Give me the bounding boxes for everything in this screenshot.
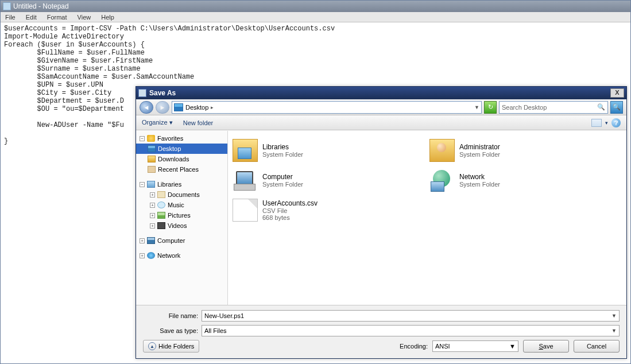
chevron-up-icon: ▲ [148,342,156,350]
libraries-folder-icon [233,139,258,162]
view-dropdown-icon[interactable]: ▾ [605,120,608,126]
hide-folders-button[interactable]: ▲ Hide Folders [143,340,199,353]
desktop-small-icon [148,145,156,152]
notepad-titlebar[interactable]: Untitled - Notepad [1,1,630,12]
save-button[interactable]: Save [523,340,569,353]
tree-libraries[interactable]: − Libraries [136,179,227,189]
notepad-icon [3,2,11,10]
save-as-icon [138,89,146,97]
tree-pictures[interactable]: + Pictures [136,210,227,220]
back-button[interactable]: ◄ [140,101,153,114]
star-icon [147,135,155,142]
menu-help[interactable]: Help [99,13,117,21]
search-icon: 🔍 [597,103,605,111]
tree-network[interactable]: + Network [136,250,227,261]
file-name-input[interactable]: New-User.ps1 ▼ [202,310,620,322]
menu-format[interactable]: Format [45,13,69,21]
toolbar: Organize ▾ New folder ▾ ? [136,115,626,130]
save-type-dropdown-icon[interactable]: ▼ [611,328,617,334]
network-big-icon [429,169,455,192]
new-folder-button[interactable]: New folder [183,119,214,126]
refresh-button[interactable]: ↻ [484,101,497,114]
search-go-button[interactable]: 🔍 [610,101,623,114]
search-placeholder: Search Desktop [502,104,547,111]
network-icon [147,252,155,259]
encoding-select[interactable]: ANSI ▼ [432,340,518,352]
tree-documents[interactable]: + Documents [136,189,227,200]
nav-bar: ◄ ► Desktop ▸ ▼ ↻ Search Desktop 🔍 🔍 [136,99,626,115]
save-type-select[interactable]: All Files ▼ [202,325,620,336]
downloads-icon [148,156,156,162]
desktop-icon [174,103,183,111]
computer-icon [147,237,155,244]
save-as-title: Save As [149,89,176,97]
address-bar[interactable]: Desktop ▸ ▼ [172,101,482,114]
nav-tree: − Favorites Desktop Downloads Recent Pla… [136,131,228,305]
search-input[interactable]: Search Desktop 🔍 [499,101,608,114]
videos-icon [157,222,165,229]
save-as-dialog: Save As X ◄ ► Desktop ▸ ▼ ↻ Search Deskt… [136,86,627,359]
tree-desktop[interactable]: Desktop [136,144,227,154]
tree-computer[interactable]: + Computer [136,235,227,246]
main-area: − Favorites Desktop Downloads Recent Pla… [136,130,626,305]
tree-favorites[interactable]: − Favorites [136,133,227,144]
file-administrator[interactable]: Administrator System Folder [427,135,624,165]
file-name-dropdown-icon[interactable]: ▼ [611,313,617,319]
bottom-panel: File name: New-User.ps1 ▼ Save as type: … [136,305,626,358]
tree-music[interactable]: + Music [136,200,227,210]
file-network[interactable]: Network System Folder [427,165,624,195]
forward-button[interactable]: ► [156,101,169,114]
address-text: Desktop [185,104,208,111]
libraries-icon [147,181,155,188]
encoding-label: Encoding: [400,343,428,350]
view-options-icon[interactable] [591,119,602,127]
save-type-label: Save as type: [143,327,198,334]
menu-file[interactable]: File [3,13,18,21]
menu-edit[interactable]: Edit [24,13,39,21]
file-libraries[interactable]: Libraries System Folder [230,135,427,165]
notepad-title: Untitled - Notepad [13,2,69,10]
tree-videos[interactable]: + Videos [136,220,227,231]
pictures-icon [157,212,165,219]
file-list: Libraries System Folder Administrator Sy… [228,131,626,305]
computer-big-icon [233,169,258,192]
close-button[interactable]: X [610,88,624,98]
cancel-button[interactable]: Cancel [574,340,620,353]
file-computer[interactable]: Computer System Folder [230,165,427,195]
recent-icon [148,166,156,173]
music-icon [157,202,165,208]
admin-folder-icon [429,139,455,162]
tree-recent[interactable]: Recent Places [136,164,227,175]
address-dropdown-icon[interactable]: ▼ [474,104,479,110]
encoding-dropdown-icon[interactable]: ▼ [509,343,516,350]
file-name-label: File name: [143,312,198,319]
file-useraccounts-csv[interactable]: UserAccounts.csv CSV File 668 bytes [230,195,427,225]
documents-icon [157,191,165,198]
help-icon[interactable]: ? [611,118,621,127]
tree-downloads[interactable]: Downloads [136,154,227,164]
organize-menu[interactable]: Organize ▾ [142,119,173,126]
notepad-menubar: File Edit Format View Help [1,12,630,22]
menu-view[interactable]: View [75,13,94,21]
save-as-titlebar[interactable]: Save As X [136,87,626,99]
csv-file-icon [233,199,258,222]
